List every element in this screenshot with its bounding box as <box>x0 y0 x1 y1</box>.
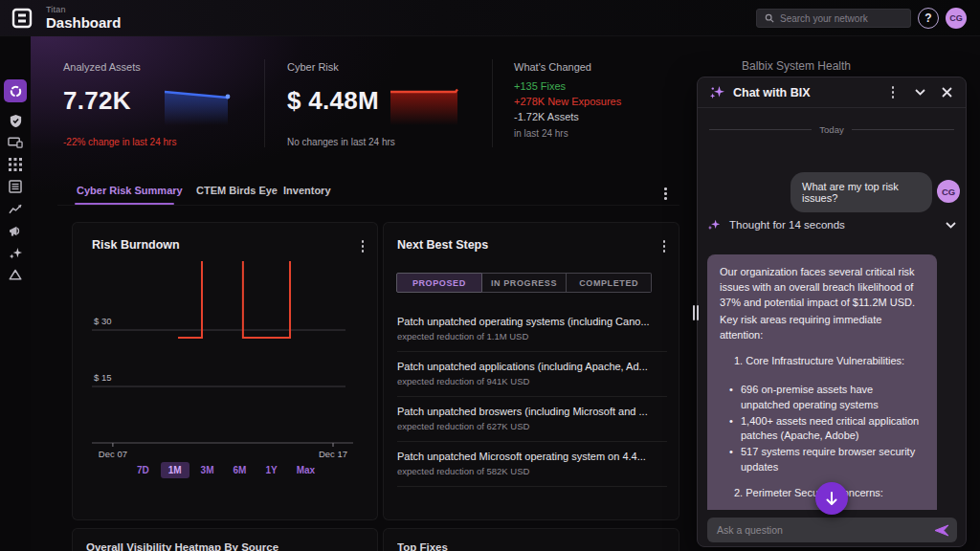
svg-text:$ 30: $ 30 <box>94 316 112 326</box>
new-exposures-count: +278K New Exposures <box>514 96 621 107</box>
filter-in-progress[interactable]: IN PROGRESS <box>482 273 568 293</box>
stat-change: -22% change in last 24 hrs <box>63 137 176 147</box>
trend-chart-icon <box>9 203 23 215</box>
user-avatar: CG <box>937 180 960 203</box>
balbix-system-health-label: Balbix System Health <box>742 59 851 73</box>
megaphone-icon <box>9 225 23 237</box>
sidebar-item-reports[interactable] <box>4 175 27 198</box>
sidebar-item-assets[interactable] <box>4 131 27 154</box>
range-7d[interactable]: 7D <box>129 462 157 478</box>
devices-icon <box>8 136 23 149</box>
top-header: Titan Dashboard Search your network ? CG <box>0 0 980 36</box>
svg-text:Dec 17: Dec 17 <box>319 449 347 459</box>
svg-text:Dec 07: Dec 07 <box>99 449 127 459</box>
response-intro: Our organization faces several critical … <box>720 265 924 311</box>
filter-completed[interactable]: COMPLETED <box>567 273 652 293</box>
card-title: Next Best Steps <box>397 238 488 252</box>
arrow-down-icon <box>825 492 838 506</box>
sidebar-item-issues[interactable] <box>4 263 27 286</box>
user-message-bubble: What are my top risk issues? <box>791 172 932 212</box>
chat-title: Chat with BIX <box>733 86 876 99</box>
chat-kebab-menu[interactable] <box>883 83 902 102</box>
risk-burndown-kebab-menu[interactable] <box>360 238 367 254</box>
chevron-down-icon <box>946 222 956 229</box>
titan-dashboard: Titan Dashboard Search your network ? CG <box>0 0 980 551</box>
left-nav-sidebar: ⚙ <box>0 36 31 551</box>
range-6m[interactable]: 6M <box>226 462 255 478</box>
sidebar-item-announcements[interactable] <box>4 219 27 242</box>
assets-sparkline <box>163 84 234 127</box>
top-fixes-card: Top Fixes <box>383 528 679 551</box>
stat-analyzed-assets: Analyzed Assets 7.72K -22% change in las… <box>63 61 176 147</box>
step-item[interactable]: Patch unpatched operating systems (inclu… <box>397 307 667 352</box>
range-1y[interactable]: 1Y <box>257 462 284 478</box>
triangle-icon <box>9 269 22 280</box>
chat-header: Chat with BIX <box>698 77 966 108</box>
tab-bar-kebab-menu[interactable] <box>662 186 669 202</box>
period-label: in last 24 hrs <box>514 128 621 139</box>
filter-proposed[interactable]: PROPOSED <box>396 273 482 293</box>
search-placeholder: Search your network <box>780 13 868 24</box>
next-best-steps-list: Patch unpatched operating systems (inclu… <box>397 307 667 487</box>
stat-label: Cyber Risk <box>287 61 395 73</box>
stat-label: What's Changed <box>514 61 621 73</box>
stat-whats-changed: What's Changed +135 Fixes +278K New Expo… <box>514 61 621 139</box>
sidebar-item-dashboard[interactable] <box>4 79 27 102</box>
input-placeholder: Ask a question <box>717 524 934 536</box>
active-tab-underline <box>75 203 174 205</box>
user-avatar[interactable]: CG <box>946 8 967 29</box>
tab-ctem-birds-eye[interactable]: CTEM Birds Eye <box>196 185 278 196</box>
risk-sparkline <box>389 84 461 127</box>
stats-divider <box>492 59 493 147</box>
risk-burndown-card: Risk Burndown $ 30$ 15Dec 07Dec 17 7D 1M… <box>72 222 378 520</box>
sparkles-icon <box>9 246 23 260</box>
scroll-to-bottom-button[interactable] <box>815 482 848 515</box>
stat-value: 7.72K <box>63 86 176 116</box>
thought-label: Thought for 14 seconds <box>729 219 937 231</box>
shield-check-icon <box>9 114 23 128</box>
assets-delta: -1.72K Assets <box>514 111 621 122</box>
card-title: Top Fixes <box>397 541 679 551</box>
date-divider: Today <box>709 124 954 135</box>
balbix-logo-icon[interactable] <box>11 7 33 30</box>
range-1m[interactable]: 1M <box>161 462 189 478</box>
next-best-steps-kebab-menu[interactable] <box>661 238 668 254</box>
visibility-heatmap-card: Overall Visibility Heatmap By Source <box>72 528 378 551</box>
svg-text:$ 15: $ 15 <box>94 372 112 383</box>
sidebar-item-apps[interactable] <box>4 153 27 176</box>
step-item[interactable]: Patch unpatched broswers (including Micr… <box>397 397 667 442</box>
dashboard-icon <box>9 84 23 99</box>
response-section-heading: 1. Core Infrastructure Vulnerabilities: <box>734 354 924 369</box>
range-max[interactable]: Max <box>289 462 323 478</box>
sidebar-item-security-posture[interactable] <box>4 109 27 132</box>
chat-question-input[interactable]: Ask a question <box>707 518 957 542</box>
main-tab-bar: Cyber Risk Summary CTEM Birds Eye Invent… <box>57 182 679 206</box>
stat-label: Analyzed Assets <box>63 61 176 73</box>
thought-duration-row[interactable]: Thought for 14 seconds <box>707 218 956 231</box>
sidebar-item-analytics[interactable] <box>4 197 27 220</box>
tab-inventory[interactable]: Inventory <box>283 185 331 196</box>
page-title: Dashboard <box>46 14 121 31</box>
stats-divider <box>264 59 265 147</box>
stat-cyber-risk: Cyber Risk $ 4.48M No changes in last 24… <box>287 61 395 147</box>
step-item[interactable]: Patch unpatched applications (including … <box>397 352 667 397</box>
card-title: Overall Visibility Heatmap By Source <box>86 541 377 551</box>
card-title: Risk Burndown <box>92 238 180 252</box>
stat-value: $ 4.48M <box>287 86 395 116</box>
network-search-input[interactable]: Search your network <box>756 9 911 28</box>
chat-message-area[interactable]: Today What are my top risk issues? CG Th… <box>698 109 966 510</box>
tab-cyber-risk-summary[interactable]: Cyber Risk Summary <box>77 185 183 196</box>
range-3m[interactable]: 3M <box>193 462 222 478</box>
time-range-selector: 7D 1M 3M 6M 1Y Max <box>73 462 379 478</box>
fixes-count: +135 Fixes <box>514 80 621 92</box>
send-icon[interactable] <box>934 524 949 537</box>
chat-minimize-button[interactable] <box>910 83 929 102</box>
chevron-down-icon <box>915 89 925 96</box>
step-item[interactable]: Patch unpatched Microsoft operating syst… <box>397 442 667 487</box>
help-button[interactable]: ? <box>918 8 939 29</box>
sidebar-item-bix-ai[interactable] <box>4 241 27 264</box>
chat-close-button[interactable] <box>937 83 956 102</box>
panel-resize-handle[interactable] <box>693 305 702 320</box>
risk-burndown-chart: $ 30$ 15Dec 07Dec 17 <box>80 259 371 462</box>
chat-with-bix-panel: Chat with BIX Today What are my top risk… <box>697 77 967 547</box>
